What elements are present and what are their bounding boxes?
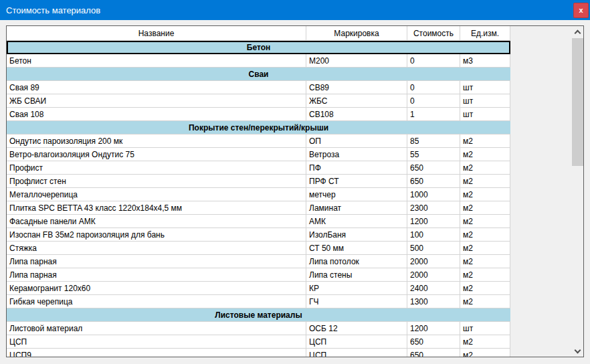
unit-cell[interactable]: м3 [460, 54, 510, 67]
mark-cell[interactable]: СТ 50 мм [306, 242, 407, 254]
cost-cell[interactable]: 100 [407, 228, 460, 241]
title-bar[interactable]: Стоимость материалов x [0, 0, 590, 20]
cost-cell[interactable]: 1200 [407, 215, 460, 227]
cost-cell[interactable]: 500 [407, 242, 460, 254]
cost-cell[interactable]: 2400 [407, 282, 460, 294]
scrollbar-thumb[interactable] [572, 38, 583, 166]
cost-cell[interactable]: 650 [407, 175, 460, 187]
name-cell[interactable]: Гибкая черепица [7, 295, 306, 308]
mark-cell[interactable]: ПФ [306, 161, 407, 174]
table-row[interactable]: ПрофистПФ650м2 [7, 161, 510, 175]
vertical-scrollbar[interactable] [572, 26, 583, 357]
mark-cell[interactable]: Ламинат [306, 201, 407, 214]
mark-cell[interactable]: ОП [306, 134, 407, 147]
cost-cell[interactable]: 0 [407, 54, 460, 67]
section-row[interactable]: Листовые материалы [7, 308, 510, 322]
mark-cell[interactable]: СВ108 [306, 108, 407, 120]
unit-cell[interactable]: м2 [460, 268, 510, 281]
name-cell[interactable]: Ондутис пароизоляция 200 мк [7, 134, 306, 147]
close-button[interactable]: x [573, 3, 589, 18]
name-cell[interactable]: ЦСП9 [7, 349, 306, 357]
column-header-unit[interactable]: Ед.изм. [460, 26, 510, 40]
column-header-mark[interactable]: Маркировка [306, 26, 407, 40]
unit-cell[interactable]: м2 [460, 175, 510, 187]
table-row[interactable]: Гибкая черепицаГЧ1300м2 [7, 295, 510, 308]
table-row[interactable]: Свая 108СВ1081шт [7, 108, 510, 121]
unit-cell[interactable]: м2 [460, 201, 510, 214]
table-row[interactable]: Листовой материалОСБ 121200шт [7, 322, 510, 335]
name-cell[interactable]: Свая 108 [7, 108, 306, 120]
cost-cell[interactable]: 2000 [407, 268, 460, 281]
name-cell[interactable]: Плитка SPC BETTA 43 класс 1220x184x4,5 м… [7, 201, 306, 214]
table-row[interactable]: Плитка SPC BETTA 43 класс 1220x184x4,5 м… [7, 201, 510, 215]
table-row[interactable]: Липа парнаяЛипа потолок2000м2 [7, 255, 510, 268]
unit-cell[interactable]: м2 [460, 161, 510, 174]
unit-cell[interactable]: м2 [460, 188, 510, 201]
name-cell[interactable]: Профист [7, 161, 306, 174]
table-row[interactable]: Фасадные панели АМКАМК1200м2 [7, 215, 510, 228]
table-row[interactable]: Керамогранит 120x60КР2400м2 [7, 282, 510, 295]
name-cell[interactable]: Металлочерепица [7, 188, 306, 201]
table-row[interactable]: Ветро-влагоизоляция Ондутис 75Ветроза55м… [7, 148, 510, 161]
cost-cell[interactable]: 1 [407, 108, 460, 120]
unit-cell[interactable]: м2 [460, 295, 510, 308]
mark-cell[interactable]: метчер [306, 188, 407, 201]
column-header-cost[interactable]: Стоимость [407, 26, 460, 40]
cost-cell[interactable]: 55 [407, 148, 460, 161]
unit-cell[interactable]: м2 [460, 242, 510, 254]
table-row[interactable]: ЦСП9ЦСП650м2 [7, 349, 510, 357]
mark-cell[interactable]: ЦСП [306, 335, 407, 348]
mark-cell[interactable]: М200 [306, 54, 407, 67]
mark-cell[interactable]: ПРФ СТ [306, 175, 407, 187]
cost-cell[interactable]: 1000 [407, 188, 460, 201]
cost-cell[interactable]: 2300 [407, 201, 460, 214]
mark-cell[interactable]: ЖБС [306, 94, 407, 107]
cost-cell[interactable]: 2000 [407, 255, 460, 268]
scroll-down-button[interactable] [572, 345, 583, 357]
name-cell[interactable]: Липа парная [7, 255, 306, 268]
name-cell[interactable]: Стяжка [7, 242, 306, 254]
cost-cell[interactable]: 1300 [407, 295, 460, 308]
table-row[interactable]: СтяжкаСТ 50 мм500м2 [7, 242, 510, 255]
table-row[interactable]: ЖБ СВАИЖБС0шт [7, 94, 510, 108]
name-cell[interactable]: Свая 89 [7, 81, 306, 94]
table-row[interactable]: Свая 89СВ890шт [7, 81, 510, 94]
mark-cell[interactable]: КР [306, 282, 407, 294]
unit-cell[interactable]: шт [460, 81, 510, 94]
mark-cell[interactable]: ГЧ [306, 295, 407, 308]
unit-cell[interactable]: м2 [460, 349, 510, 357]
mark-cell[interactable]: ОСБ 12 [306, 322, 407, 335]
name-cell[interactable]: Листовой материал [7, 322, 306, 335]
section-row[interactable]: Сваи [7, 68, 510, 81]
table-row[interactable]: ЦСПЦСП650м2 [7, 335, 510, 349]
mark-cell[interactable]: Липа стены [306, 268, 407, 281]
cost-cell[interactable]: 1200 [407, 322, 460, 335]
unit-cell[interactable]: м2 [460, 215, 510, 227]
unit-cell[interactable]: шт [460, 322, 510, 335]
cost-cell[interactable]: 650 [407, 335, 460, 348]
name-cell[interactable]: Бетон [7, 54, 306, 67]
name-cell[interactable]: Фасадные панели АМК [7, 215, 306, 227]
mark-cell[interactable]: ЦСП [306, 349, 407, 357]
table-row[interactable]: Ондутис пароизоляция 200 мкОП85м2 [7, 134, 510, 148]
mark-cell[interactable]: Липа потолок [306, 255, 407, 268]
cost-cell[interactable]: 650 [407, 161, 460, 174]
column-header-name[interactable]: Название [7, 26, 306, 40]
mark-cell[interactable]: АМК [306, 215, 407, 227]
name-cell[interactable]: ЦСП [7, 335, 306, 348]
scroll-up-button[interactable] [572, 26, 583, 37]
unit-cell[interactable]: шт [460, 94, 510, 107]
cost-cell[interactable]: 85 [407, 134, 460, 147]
name-cell[interactable]: Липа парная [7, 268, 306, 281]
unit-cell[interactable]: м2 [460, 148, 510, 161]
unit-cell[interactable]: м2 [460, 282, 510, 294]
table-row[interactable]: БетонМ2000м3 [7, 54, 510, 68]
cost-cell[interactable]: 0 [407, 81, 460, 94]
section-row[interactable]: Бетон [7, 41, 510, 54]
table-row[interactable]: Изоспан FB 35м2 пароизоляция для баньИзо… [7, 228, 510, 242]
name-cell[interactable]: ЖБ СВАИ [7, 94, 306, 107]
unit-cell[interactable]: м2 [460, 228, 510, 241]
cost-cell[interactable]: 0 [407, 94, 460, 107]
name-cell[interactable]: Профлист стен [7, 175, 306, 187]
table-row[interactable]: Липа парнаяЛипа стены2000м2 [7, 268, 510, 282]
